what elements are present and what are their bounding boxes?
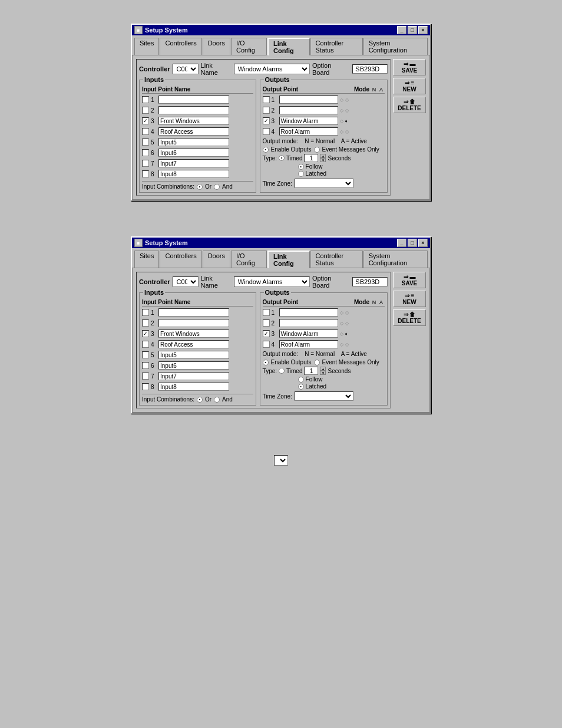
close-btn-2[interactable]: × (418, 239, 428, 247)
follow-radio-2[interactable] (298, 377, 304, 383)
spin-up-2[interactable]: ▲ (320, 367, 326, 371)
input-field-2-4[interactable]: Roof Access (158, 340, 229, 348)
timed-radio-2[interactable] (279, 368, 285, 374)
input-cb-1-8[interactable] (142, 170, 149, 177)
input-cb-1-4[interactable] (142, 128, 149, 135)
output-field-2-2[interactable] (279, 319, 338, 327)
mode-n-2-4[interactable]: ◇ (340, 342, 343, 347)
latched-radio-2[interactable] (298, 384, 304, 390)
input-field-1-1[interactable] (158, 95, 229, 104)
tab-linkconfig-1[interactable]: Link Config (267, 38, 310, 55)
output-cb-1-2[interactable] (263, 107, 270, 114)
event-messages-radio-2[interactable] (314, 360, 320, 365)
or-radio-1[interactable] (197, 184, 203, 190)
mode-n-2-1[interactable]: ◇ (340, 310, 343, 315)
mode-a-1-4[interactable]: ◇ (345, 129, 349, 134)
input-cb-2-4[interactable] (142, 341, 149, 348)
output-field-2-1[interactable] (279, 308, 338, 317)
output-cb-2-2[interactable] (263, 319, 270, 327)
tab-doors-2[interactable]: Doors (203, 251, 230, 268)
input-cb-1-3[interactable]: ✓ (142, 117, 149, 124)
mode-n-1-2[interactable]: ◇ (340, 108, 343, 113)
close-btn-1[interactable]: × (418, 26, 428, 34)
enable-outputs-radio-1[interactable] (263, 147, 269, 153)
input-field-2-7[interactable]: Input7 (158, 372, 229, 380)
input-cb-2-6[interactable] (142, 362, 149, 369)
output-field-1-1[interactable] (279, 95, 338, 104)
mode-a-2-2[interactable]: ◇ (345, 321, 349, 326)
save-button-2[interactable]: ⇒ ▬ SAVE (393, 272, 426, 288)
input-cb-1-6[interactable] (142, 149, 149, 156)
seconds-input-2[interactable] (304, 367, 318, 375)
output-cb-2-3[interactable]: ✓ (263, 330, 270, 337)
mode-n-1-4[interactable]: ◇ (340, 129, 343, 134)
and-radio-1[interactable] (214, 184, 220, 190)
new-button-1[interactable]: ⇒ ≡ NEW (393, 78, 426, 94)
input-field-2-3[interactable]: Front Windows (158, 330, 229, 338)
tab-controllers-2[interactable]: Controllers (160, 251, 201, 268)
output-cb-2-1[interactable] (263, 309, 270, 316)
tab-sites-2[interactable]: Sites (134, 251, 159, 268)
spin-up-1[interactable]: ▲ (320, 154, 326, 158)
controller-dropdown-2[interactable]: C003 (173, 276, 199, 287)
mode-a-2-1[interactable]: ◇ (345, 310, 349, 315)
mode-a-1-3[interactable]: ♦ (345, 118, 348, 124)
input-cb-2-3[interactable]: ✓ (142, 330, 149, 337)
new-button-2[interactable]: ⇒ ≡ NEW (393, 291, 426, 307)
delete-button-1[interactable]: ⇒ 🗑 DELETE (393, 97, 426, 113)
maximize-btn-1[interactable]: □ (408, 26, 417, 34)
output-cb-1-1[interactable] (263, 96, 270, 103)
input-field-1-6[interactable]: Input6 (158, 149, 229, 157)
save-button-1[interactable]: ⇒ ▬ SAVE (393, 59, 426, 75)
seconds-input-1[interactable] (304, 154, 318, 162)
bottom-dropdown[interactable] (274, 455, 288, 466)
input-field-1-4[interactable]: Roof Access (158, 127, 229, 136)
tab-systemconfig-1[interactable]: System Configuration (363, 38, 428, 55)
output-field-1-3[interactable]: Window Alarm (279, 117, 338, 125)
output-cb-1-4[interactable] (263, 128, 270, 135)
mode-a-2-3[interactable]: ♦ (345, 331, 348, 337)
output-field-2-3[interactable]: Window Alarm (279, 330, 338, 338)
input-field-2-5[interactable]: Input5 (158, 351, 229, 359)
follow-radio-1[interactable] (298, 164, 304, 170)
tab-linkconfig-2[interactable]: Link Config (267, 251, 310, 268)
enable-outputs-radio-2[interactable] (263, 360, 269, 365)
tab-ioconfig-1[interactable]: I/O Config (231, 38, 267, 55)
minimize-btn-2[interactable]: _ (397, 239, 406, 247)
minimize-btn-1[interactable]: _ (397, 26, 406, 34)
input-cb-1-1[interactable] (142, 96, 149, 103)
input-cb-1-7[interactable] (142, 160, 149, 167)
tab-controllers-1[interactable]: Controllers (160, 38, 201, 55)
input-cb-2-1[interactable] (142, 309, 149, 316)
input-cb-1-5[interactable] (142, 139, 149, 146)
input-cb-1-2[interactable] (142, 107, 149, 114)
tab-systemconfig-2[interactable]: System Configuration (363, 251, 428, 268)
input-field-1-3[interactable]: Front Windows (158, 117, 229, 125)
mode-n-2-3[interactable]: ◇ (340, 331, 343, 337)
output-field-1-2[interactable] (279, 106, 338, 114)
input-cb-2-2[interactable] (142, 319, 149, 327)
link-name-dropdown-2[interactable]: Window Alarms (234, 276, 310, 287)
input-field-1-2[interactable] (158, 106, 229, 114)
spin-down-1[interactable]: ▼ (320, 158, 326, 162)
mode-a-1-2[interactable]: ◇ (345, 108, 349, 113)
mode-n-2-2[interactable]: ◇ (340, 321, 343, 326)
mode-n-1-1[interactable]: ◇ (340, 97, 343, 103)
tab-controllerstatus-1[interactable]: Controller Status (310, 38, 363, 55)
maximize-btn-2[interactable]: □ (408, 239, 417, 247)
output-field-1-4[interactable]: Roof Alarm (279, 127, 338, 136)
controller-dropdown-1[interactable]: C003 (173, 64, 199, 74)
mode-a-1-1[interactable]: ◇ (345, 97, 349, 103)
input-field-2-1[interactable] (158, 308, 229, 317)
output-cb-1-3[interactable]: ✓ (263, 117, 270, 124)
tab-doors-1[interactable]: Doors (203, 38, 230, 55)
tab-ioconfig-2[interactable]: I/O Config (231, 251, 267, 268)
or-radio-2[interactable] (197, 397, 203, 403)
mode-a-2-4[interactable]: ◇ (345, 342, 349, 347)
output-cb-2-4[interactable] (263, 341, 270, 348)
input-cb-2-7[interactable] (142, 373, 149, 380)
input-cb-2-8[interactable] (142, 383, 149, 390)
delete-button-2[interactable]: ⇒ 🗑 DELETE (393, 309, 426, 326)
mode-n-1-3[interactable]: ◇ (340, 118, 343, 124)
input-field-2-2[interactable] (158, 319, 229, 327)
